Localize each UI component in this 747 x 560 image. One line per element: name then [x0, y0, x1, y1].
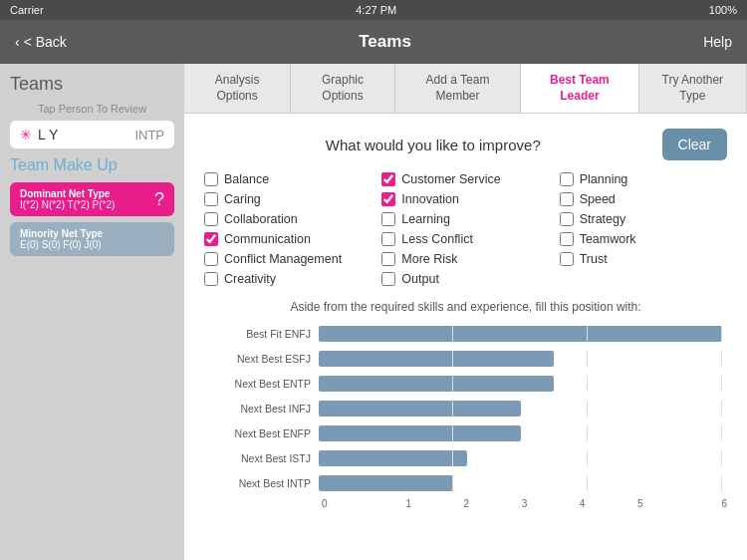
- chart-row: Best Fit ENFJ: [209, 324, 722, 344]
- checkbox-label-less-conflict: Less Conflict: [401, 232, 473, 246]
- time-label: 4:27 PM: [356, 4, 396, 16]
- checkbox-label-communication: Communication: [224, 232, 311, 246]
- checkbox-label-output: Output: [401, 272, 439, 286]
- checkbox-item-learning: Learning: [381, 212, 549, 226]
- checkbox-collaboration[interactable]: [204, 212, 218, 226]
- checkbox-label-teamwork: Teamwork: [580, 232, 636, 246]
- checkbox-item-teamwork: Teamwork: [560, 232, 727, 246]
- dominant-value: I(*2) N(*2) T(*2) P(*2): [20, 199, 115, 210]
- chart-bar-container: [319, 401, 722, 417]
- chart-row: Next Best ISTJ: [209, 448, 722, 468]
- checkbox-item-caring: Caring: [204, 192, 372, 206]
- checkbox-strategy[interactable]: [560, 212, 574, 226]
- chart-bar-container: [319, 351, 722, 367]
- tab-graphic[interactable]: Graphic Options: [291, 64, 395, 113]
- chart-row: Next Best ENTP: [209, 374, 722, 394]
- checkbox-output[interactable]: [381, 272, 395, 286]
- clear-button[interactable]: Clear: [662, 129, 727, 160]
- chart-bar: [319, 401, 521, 417]
- person-name: L Y: [38, 127, 58, 142]
- axis-label-2: 2: [437, 498, 495, 509]
- tab-try-another[interactable]: Try Another Type: [639, 64, 747, 113]
- person-icon: ✳: [20, 127, 32, 142]
- checkbox-communication[interactable]: [204, 232, 218, 246]
- content-area: Analysis Options Graphic Options Add a T…: [184, 64, 747, 560]
- checkbox-teamwork[interactable]: [560, 232, 574, 246]
- checkbox-label-more-risk: More Risk: [401, 252, 457, 266]
- chart-bar: [319, 351, 554, 367]
- chart-row: Next Best ESFJ: [209, 349, 722, 369]
- checkbox-item-conflict-management: Conflict Management: [204, 252, 372, 266]
- checkbox-planning[interactable]: [560, 172, 574, 186]
- tap-label: Tap Person To Review: [10, 103, 174, 115]
- checkbox-less-conflict[interactable]: [381, 232, 395, 246]
- checkbox-label-trust: Trust: [580, 252, 608, 266]
- checkbox-label-innovation: Innovation: [401, 192, 459, 206]
- checkbox-item-strategy: Strategy: [560, 212, 727, 226]
- nav-bar: ‹ < Back Teams Help: [0, 20, 747, 64]
- minority-label: Minority Net Type: [20, 228, 164, 239]
- checkbox-item-more-risk: More Risk: [381, 252, 549, 266]
- battery-label: 100%: [709, 4, 737, 16]
- axis-label-3: 3: [495, 498, 553, 509]
- checkbox-item-collaboration: Collaboration: [204, 212, 372, 226]
- person-type: INTP: [134, 128, 164, 142]
- checkbox-item-less-conflict: Less Conflict: [381, 232, 549, 246]
- chart-bar-container: [319, 425, 722, 441]
- checkbox-caring[interactable]: [204, 192, 218, 206]
- carrier-label: Carrier: [10, 4, 44, 16]
- checkbox-item-speed: Speed: [560, 192, 727, 206]
- sidebar: Teams Tap Person To Review ✳ L Y INTP Te…: [0, 64, 184, 560]
- tab-best-leader[interactable]: Best Team Leader: [521, 64, 639, 113]
- checkbox-creativity[interactable]: [204, 272, 218, 286]
- checkbox-item-trust: Trust: [560, 252, 727, 266]
- checkbox-label-creativity: Creativity: [224, 272, 276, 286]
- axis-label-0: 0: [322, 498, 379, 509]
- checkbox-item-customer-service: Customer Service: [381, 172, 549, 186]
- checkbox-learning[interactable]: [381, 212, 395, 226]
- checkbox-item-communication: Communication: [204, 232, 372, 246]
- checkbox-more-risk[interactable]: [381, 252, 395, 266]
- chart-bar-container: [319, 376, 722, 392]
- sidebar-title: Teams: [10, 74, 174, 95]
- chart-axis: 0123456: [322, 498, 727, 509]
- checkbox-label-learning: Learning: [401, 212, 450, 226]
- chart-row: Next Best INFJ: [209, 399, 722, 419]
- chart-description: Aside from the required skills and exper…: [204, 300, 727, 314]
- tab-bar: Analysis Options Graphic Options Add a T…: [184, 64, 747, 114]
- panel-content: What would you like to improve? Clear Ba…: [184, 114, 747, 560]
- checkbox-trust[interactable]: [560, 252, 574, 266]
- checkbox-customer-service[interactable]: [381, 172, 395, 186]
- checkbox-label-conflict-management: Conflict Management: [224, 252, 342, 266]
- chart-row: Next Best INTP: [209, 473, 722, 493]
- nav-title: Teams: [359, 32, 411, 52]
- checkbox-balance[interactable]: [204, 172, 218, 186]
- tab-analysis[interactable]: Analysis Options: [184, 64, 291, 113]
- chart-bar-container: [319, 326, 722, 342]
- checkbox-innovation[interactable]: [381, 192, 395, 206]
- axis-label-4: 4: [554, 498, 612, 509]
- main-layout: Teams Tap Person To Review ✳ L Y INTP Te…: [0, 64, 747, 560]
- checkbox-label-collaboration: Collaboration: [224, 212, 298, 226]
- axis-label-6: 6: [669, 498, 727, 509]
- back-label: < Back: [24, 34, 67, 50]
- checkbox-item-planning: Planning: [560, 172, 727, 186]
- help-button[interactable]: Help: [703, 34, 732, 50]
- chart-row-label: Next Best ENFP: [209, 427, 319, 439]
- person-row[interactable]: ✳ L Y INTP: [10, 121, 174, 148]
- chart-bar: [319, 475, 453, 491]
- dominant-type-box: Dominant Net Type I(*2) N(*2) T(*2) P(*2…: [10, 182, 174, 216]
- back-button[interactable]: ‹ < Back: [15, 34, 67, 50]
- chart-row-label: Next Best ESFJ: [209, 353, 319, 365]
- chart-row-label: Next Best INFJ: [209, 403, 319, 415]
- checkbox-item-innovation: Innovation: [381, 192, 549, 206]
- chart-bar-container: [319, 475, 722, 491]
- status-bar: Carrier 4:27 PM 100%: [0, 0, 747, 20]
- dominant-question-icon: ?: [154, 189, 164, 210]
- checkbox-conflict-management[interactable]: [204, 252, 218, 266]
- tab-add-member[interactable]: Add a Team Member: [395, 64, 521, 113]
- chart-area: Best Fit ENFJNext Best ESFJNext Best ENT…: [204, 324, 727, 493]
- chart-row: Next Best ENFP: [209, 423, 722, 443]
- checkbox-speed[interactable]: [560, 192, 574, 206]
- minority-type-box: Minority Net Type E(0) S(0) F(0) J(0): [10, 222, 174, 256]
